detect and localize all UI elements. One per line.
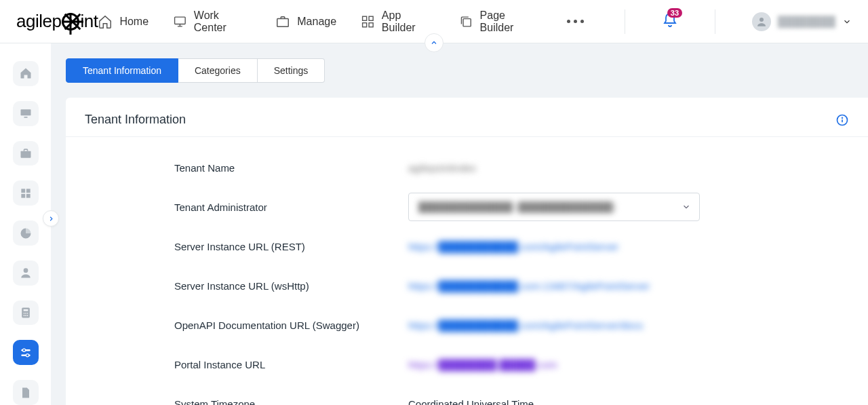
svg-rect-5 bbox=[369, 22, 373, 26]
svg-rect-10 bbox=[20, 151, 31, 158]
svg-point-19 bbox=[25, 313, 26, 314]
field-label: OpenAPI Documentation URL (Swagger) bbox=[174, 320, 408, 331]
svg-point-20 bbox=[26, 313, 28, 314]
user-menu[interactable]: ████████ bbox=[752, 12, 852, 31]
field-label: Server Instance URL (REST) bbox=[174, 241, 408, 252]
tab-bar: Tenant Information Categories Settings bbox=[66, 58, 868, 83]
grid-icon bbox=[361, 14, 375, 29]
chevron-down-icon bbox=[842, 17, 852, 26]
tab-categories[interactable]: Categories bbox=[178, 58, 258, 83]
sidebar-item-users[interactable] bbox=[13, 261, 39, 286]
document-icon bbox=[19, 386, 33, 400]
copy-icon bbox=[459, 14, 473, 29]
svg-rect-6 bbox=[463, 18, 471, 26]
field-label: System Timezone bbox=[174, 398, 408, 406]
sidebar-item-calculator[interactable] bbox=[13, 301, 39, 326]
field-label: Portal Instance URL bbox=[174, 359, 408, 370]
tenant-info-form: Tenant Name agilepointindex Tenant Admin… bbox=[66, 137, 868, 405]
field-value-link[interactable]: https://███████████.com/AgilePointServer bbox=[408, 241, 618, 252]
svg-rect-0 bbox=[175, 17, 186, 24]
svg-rect-13 bbox=[21, 194, 25, 198]
field-value-link[interactable]: https://████████.█████.com bbox=[408, 359, 557, 370]
svg-point-21 bbox=[23, 315, 24, 316]
gear-icon bbox=[62, 13, 79, 31]
divider bbox=[715, 9, 715, 34]
svg-point-22 bbox=[25, 315, 26, 316]
brand-logo: agilep int bbox=[16, 11, 98, 32]
svg-rect-2 bbox=[363, 16, 367, 20]
svg-rect-9 bbox=[24, 117, 27, 118]
svg-rect-8 bbox=[20, 109, 31, 115]
svg-rect-11 bbox=[21, 189, 25, 193]
field-label: Tenant Name bbox=[174, 162, 408, 174]
field-tenant-name: Tenant Name agilepointindex bbox=[174, 148, 849, 187]
sidebar-item-home[interactable] bbox=[13, 61, 39, 86]
avatar bbox=[752, 12, 771, 31]
nav-manage[interactable]: Manage bbox=[275, 14, 336, 29]
username-label: ████████ bbox=[778, 16, 835, 27]
tab-settings[interactable]: Settings bbox=[258, 58, 326, 83]
sidebar-item-reports[interactable] bbox=[13, 220, 39, 246]
svg-rect-4 bbox=[363, 22, 367, 26]
monitor-icon bbox=[19, 107, 33, 120]
field-wshttp-url: Server Instance URL (wsHttp) https://███… bbox=[174, 266, 849, 305]
panel-header: Tenant Information bbox=[66, 98, 868, 137]
top-header: agilep int Home Work Center Manage App B… bbox=[0, 0, 868, 43]
notifications-button[interactable]: 33 bbox=[662, 12, 678, 31]
person-icon bbox=[19, 266, 33, 279]
panel-title: Tenant Information bbox=[85, 113, 186, 127]
expand-sidebar-button[interactable] bbox=[43, 210, 59, 227]
person-icon bbox=[755, 16, 768, 28]
body: Tenant Information Categories Settings T… bbox=[0, 43, 868, 405]
divider bbox=[625, 9, 625, 34]
sliders-icon bbox=[19, 346, 33, 360]
field-portal-url: Portal Instance URL https://████████.███… bbox=[174, 345, 849, 384]
field-value-link[interactable]: https://███████████.com:13487/AgilePoint… bbox=[408, 280, 650, 292]
sidebar-item-apps[interactable] bbox=[13, 180, 39, 206]
collapse-header-button[interactable] bbox=[425, 33, 443, 52]
nav-work-center[interactable]: Work Center bbox=[173, 9, 251, 34]
svg-point-30 bbox=[842, 117, 843, 118]
tenant-info-panel: Tenant Information Tenant Name agilepoin… bbox=[66, 98, 868, 405]
monitor-icon bbox=[173, 14, 187, 29]
tab-tenant-information[interactable]: Tenant Information bbox=[66, 58, 178, 83]
primary-nav: Home Work Center Manage App Builder Page… bbox=[98, 9, 852, 34]
nav-home[interactable]: Home bbox=[98, 14, 149, 29]
pie-icon bbox=[19, 227, 33, 240]
sidebar-item-settings[interactable] bbox=[13, 340, 39, 365]
sidebar-item-monitor[interactable] bbox=[13, 101, 39, 126]
nav-label: Home bbox=[119, 16, 149, 28]
notification-count-badge: 33 bbox=[667, 8, 682, 18]
field-value: Coordinated Universal Time bbox=[408, 398, 534, 406]
field-tenant-admin: Tenant Administrator ██████████████ (███… bbox=[174, 187, 849, 227]
svg-point-15 bbox=[23, 269, 28, 273]
field-rest-url: Server Instance URL (REST) https://█████… bbox=[174, 227, 849, 266]
svg-rect-3 bbox=[369, 16, 373, 20]
chevron-down-icon bbox=[682, 202, 691, 212]
sidebar-item-briefcase[interactable] bbox=[13, 141, 39, 166]
field-swagger-url: OpenAPI Documentation URL (Swagger) http… bbox=[174, 305, 849, 345]
home-icon bbox=[19, 66, 33, 80]
calculator-icon bbox=[19, 306, 33, 320]
nav-page-builder[interactable]: Page Builder bbox=[459, 9, 538, 34]
left-sidebar bbox=[0, 43, 51, 405]
select-value: ██████████████ (██████████████) bbox=[418, 201, 616, 212]
svg-point-23 bbox=[26, 315, 28, 316]
nav-label: Page Builder bbox=[480, 9, 538, 34]
svg-rect-14 bbox=[26, 194, 30, 198]
nav-more-button[interactable] bbox=[563, 16, 588, 27]
nav-label: Manage bbox=[297, 16, 336, 28]
home-icon bbox=[98, 14, 113, 29]
grid-icon bbox=[19, 187, 33, 200]
svg-point-18 bbox=[23, 313, 24, 314]
field-label: Tenant Administrator bbox=[174, 201, 408, 213]
main-content: Tenant Information Categories Settings T… bbox=[51, 43, 868, 405]
field-value: agilepointindex bbox=[408, 162, 476, 174]
info-icon[interactable] bbox=[835, 113, 849, 127]
svg-rect-12 bbox=[26, 189, 30, 193]
sidebar-item-document[interactable] bbox=[13, 380, 39, 405]
field-value-link[interactable]: https://███████████.com/AgilePointServer… bbox=[408, 320, 643, 331]
tenant-admin-select[interactable]: ██████████████ (██████████████) bbox=[408, 193, 700, 221]
nav-app-builder[interactable]: App Builder bbox=[361, 9, 435, 34]
svg-rect-17 bbox=[23, 309, 28, 311]
